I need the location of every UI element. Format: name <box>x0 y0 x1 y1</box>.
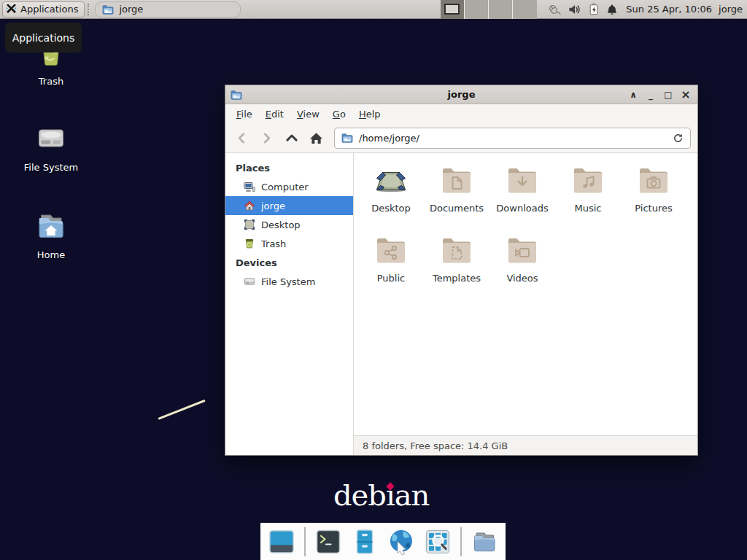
terminal-icon[interactable] <box>314 528 342 556</box>
file-item-public[interactable]: Public <box>358 233 424 291</box>
workspace-2[interactable] <box>465 0 489 19</box>
file-item-label: Videos <box>506 273 538 284</box>
sidebar-item-label: Desktop <box>261 219 301 230</box>
maximize-button[interactable]: □ <box>662 88 675 101</box>
file-item-label: Public <box>377 273 405 284</box>
system-tray <box>547 3 618 15</box>
path-input[interactable]: /home/jorge/ <box>359 133 667 144</box>
file-manager-window: jorge ∧_□× FileEditViewGoHelp /home/jorg… <box>225 85 698 456</box>
file-item-music[interactable]: Music <box>555 163 621 221</box>
folder-public-icon <box>374 233 409 268</box>
workspace-3[interactable] <box>489 0 513 19</box>
sidebar-item-desktop[interactable]: Desktop <box>225 215 353 234</box>
desktop-icon-label: File System <box>24 162 78 173</box>
file-item-downloads[interactable]: Downloads <box>489 163 555 221</box>
file-item-desktop[interactable]: Desktop <box>358 163 424 221</box>
file-cabinet-icon[interactable] <box>351 528 379 556</box>
menu-edit[interactable]: Edit <box>259 106 290 122</box>
workspace-4[interactable] <box>513 0 537 19</box>
reload-icon[interactable] <box>673 133 684 144</box>
desktop-mini-icon <box>244 219 255 230</box>
sidebar-item-label: jorge <box>261 201 285 211</box>
dock <box>260 523 506 560</box>
file-item-label: Documents <box>430 203 484 214</box>
sidebar-item-label: Computer <box>261 182 309 192</box>
sidebar-item-trash[interactable]: Trash <box>225 234 353 253</box>
close-button[interactable]: × <box>679 88 692 101</box>
back-button[interactable] <box>232 128 252 148</box>
home-red-icon <box>244 200 255 211</box>
forward-button[interactable] <box>257 128 276 148</box>
file-item-label: Pictures <box>635 203 672 214</box>
debian-logo-text-right: an <box>395 478 430 512</box>
folder-documents-icon <box>439 163 474 198</box>
workspace-switcher <box>441 0 537 19</box>
folder-window-icon <box>102 4 114 15</box>
statusbar: 8 folders, Free space: 14.4 GiB <box>354 435 697 455</box>
toolbar: /home/jorge/ <box>225 123 697 152</box>
file-item-label: Desktop <box>371 203 411 214</box>
show-desktop-icon[interactable] <box>268 528 295 556</box>
volume-icon[interactable] <box>568 4 581 15</box>
folder-templates-icon <box>439 233 474 268</box>
statusbar-text: 8 folders, Free space: 14.4 GiB <box>363 440 508 451</box>
menu-help[interactable]: Help <box>352 106 387 122</box>
menubar: FileEditViewGoHelp <box>225 104 697 123</box>
menu-go[interactable]: Go <box>326 106 352 122</box>
file-item-templates[interactable]: Templates <box>424 233 489 291</box>
desktop-icon-label: Home <box>37 249 65 260</box>
debian-logo-i: ı <box>386 478 395 512</box>
sidebar: Places Computer jorge Desktop TrashDevic… <box>225 153 354 455</box>
workspace-1[interactable] <box>441 0 465 19</box>
file-item-pictures[interactable]: Pictures <box>621 163 686 221</box>
minimize-button[interactable]: _ <box>644 88 657 101</box>
shade-button[interactable]: ∧ <box>627 88 640 101</box>
folder-pictures-icon <box>636 163 671 198</box>
applications-menu-button[interactable]: Applications <box>2 1 85 18</box>
path-bar[interactable]: /home/jorge/ <box>334 128 691 149</box>
web-browser-icon[interactable] <box>387 528 415 556</box>
up-button[interactable] <box>282 128 301 148</box>
file-manager-folder-icon[interactable] <box>471 528 498 556</box>
xfce-menu-icon <box>6 3 17 16</box>
dock-separator <box>304 527 306 556</box>
desktop-icon-home[interactable]: Home <box>16 209 86 260</box>
file-item-documents[interactable]: Documents <box>424 163 489 221</box>
app-finder-icon[interactable] <box>424 528 452 556</box>
debian-logo-text-left: deb <box>333 478 386 512</box>
computer-icon <box>244 181 255 192</box>
diagonal-line-artifact <box>158 400 205 420</box>
menu-view[interactable]: View <box>290 106 326 122</box>
taskbar-button-jorge[interactable]: jorge <box>95 1 241 18</box>
top-panel: Applications jorge Sun 25 Apr, 10:06 jor… <box>0 0 747 19</box>
window-titlebar[interactable]: jorge ∧_□× <box>225 85 697 104</box>
notification-bell-icon[interactable] <box>606 4 618 15</box>
debian-logo: debıan <box>333 478 429 512</box>
applications-tooltip-text: Applications <box>12 32 75 44</box>
home-desktop-icon <box>34 209 69 244</box>
applications-menu-label: Applications <box>20 4 78 15</box>
file-item-label: Templates <box>433 273 481 284</box>
taskbar: jorge <box>95 0 441 19</box>
menu-file[interactable]: File <box>230 106 259 122</box>
panel-handle[interactable] <box>88 4 92 15</box>
sidebar-header-places: Places <box>225 158 353 177</box>
window-controls: ∧_□× <box>627 88 692 101</box>
drive-mini-icon <box>244 276 255 287</box>
sidebar-item-jorge[interactable]: jorge <box>225 196 353 215</box>
sidebar-item-file-system[interactable]: File System <box>225 272 353 291</box>
battery-charging-icon[interactable] <box>589 3 599 15</box>
desktop-icon-file-system[interactable]: File System <box>16 121 86 173</box>
panel-username[interactable]: jorge <box>719 4 743 15</box>
panel-clock[interactable]: Sun 25 Apr, 10:06 <box>626 4 712 15</box>
drive-desktop-icon <box>34 121 69 156</box>
file-grid: Desktop Documents Downloads Music Pictur… <box>354 153 697 435</box>
file-item-videos[interactable]: Videos <box>489 233 555 291</box>
mouse-tray-icon[interactable] <box>547 3 561 15</box>
sidebar-item-computer[interactable]: Computer <box>225 177 353 196</box>
taskbar-button-label: jorge <box>119 4 143 15</box>
desktop: Applications jorge Sun 25 Apr, 10:06 jor… <box>0 0 747 560</box>
home-button[interactable] <box>306 128 326 148</box>
folder-music-icon <box>570 163 605 198</box>
file-item-label: Music <box>575 203 602 214</box>
